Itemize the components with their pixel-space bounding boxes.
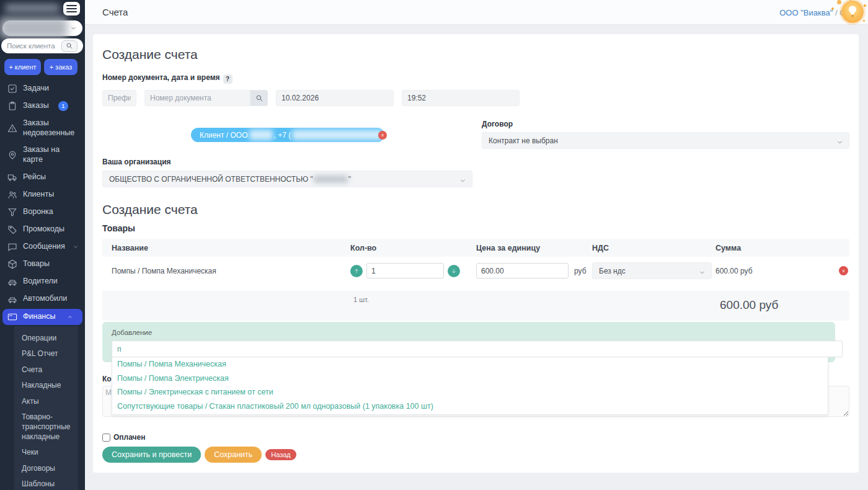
qty-increase-button[interactable] — [350, 265, 363, 277]
total-quantity: 1 шт. — [353, 296, 369, 303]
submenu-item-operations[interactable]: Операции — [14, 331, 78, 347]
company-select[interactable] — [2, 20, 82, 36]
suggestion-item[interactable]: Помпы / Электрическая с питанием от сети — [112, 385, 828, 399]
doc-number-label-row: Номер документа, дата и время? — [102, 71, 849, 84]
sidebar-item-trips[interactable]: Рейсы — [0, 169, 85, 186]
time-input[interactable] — [402, 90, 520, 106]
date-input[interactable] — [276, 90, 394, 106]
main-area: Счета ООО "Виаква" / Счета Создание счет… — [85, 0, 868, 490]
blurred-org-name — [314, 176, 348, 183]
menu-toggle-button[interactable] — [63, 2, 80, 16]
suggestion-item[interactable]: Сопутствующие товары / Стакан пластиковы… — [112, 399, 828, 414]
app-logo — [5, 4, 60, 12]
doc-number-search-button[interactable] — [250, 90, 268, 106]
breadcrumb-company-link[interactable]: ООО "Виаква" — [779, 8, 833, 17]
tag-icon — [7, 225, 17, 234]
price-input[interactable] — [476, 263, 569, 278]
content: Создание счета Номер документа, дата и в… — [85, 25, 868, 473]
sidebar-item-promocodes[interactable]: Промокоды — [0, 221, 85, 238]
add-order-button[interactable]: + заказ — [44, 59, 78, 75]
contract-select[interactable]: Контракт не выбран — [482, 132, 849, 149]
submenu-item-pnl-report[interactable]: P&L Отчет — [14, 346, 78, 362]
sidebar-item-cars[interactable]: Автомобили — [0, 290, 85, 308]
sidebar: + клиент + заказ Задачи Заказы 1 Заказы … — [0, 0, 85, 490]
sidebar-item-products[interactable]: Товары — [0, 256, 85, 273]
row-sum: 600.00 руб — [715, 267, 753, 275]
submenu-item-invoices[interactable]: Счета — [14, 362, 78, 378]
sidebar-item-orders[interactable]: Заказы 1 — [0, 97, 85, 115]
car-icon — [7, 277, 17, 287]
sidebar-item-messages[interactable]: Сообщения — [0, 238, 85, 256]
search-icon — [66, 42, 73, 50]
col-header-sum: Сумма — [715, 244, 849, 252]
doc-number-label: Номер документа, дата и время — [102, 73, 220, 82]
people-icon — [7, 190, 17, 200]
vat-select[interactable]: Без ндс — [592, 262, 712, 279]
page-title: Счета — [102, 7, 128, 17]
suggestion-item[interactable]: Услуги / Подъем на этаж — [112, 414, 828, 416]
sidebar-item-undelivered-orders[interactable]: Заказы недовезенные — [0, 115, 81, 141]
submenu-item-ttn[interactable]: Товарно-транспортные накладные — [14, 409, 78, 445]
submenu-item-checks[interactable]: Чеки — [14, 445, 78, 461]
warning-icon — [7, 123, 17, 133]
client-chip-text: Клиент / ООО — [200, 131, 248, 140]
currency-suffix: руб — [574, 267, 587, 275]
doc-number-input[interactable] — [144, 90, 250, 106]
sidebar-item-funnel[interactable]: Воронка — [0, 203, 85, 221]
sidebar-header — [0, 0, 85, 17]
form-buttons: Сохранить и провести Сохранить Назад — [102, 447, 849, 463]
remove-row-button[interactable]: x — [839, 266, 848, 275]
add-product-section: Добавление Помпы / Помпа Механическая По… — [102, 322, 849, 362]
price-cell: руб — [476, 263, 592, 278]
add-client-button[interactable]: + клиент — [4, 59, 41, 75]
product-suggestions-dropdown: Помпы / Помпа Механическая Помпы / Помпа… — [112, 357, 828, 415]
col-header-vat: НДС — [592, 244, 715, 252]
search-button[interactable] — [61, 40, 78, 52]
contract-label: Договор — [482, 120, 849, 128]
blurred-client-name — [249, 130, 273, 140]
search-icon — [255, 94, 264, 102]
add-product-input[interactable] — [112, 341, 843, 357]
save-button[interactable]: Сохранить — [205, 447, 262, 463]
submenu-item-waybills[interactable]: Накладные — [14, 378, 78, 394]
suggestion-item[interactable]: Помпы / Помпа Электрическая — [112, 372, 828, 386]
paid-checkbox[interactable] — [102, 434, 110, 442]
sidebar-item-tasks[interactable]: Задачи — [0, 80, 85, 97]
col-header-qty: Кол-во — [350, 244, 476, 252]
doc-number-group — [144, 90, 268, 106]
search-input[interactable] — [7, 42, 61, 50]
submenu-item-contract-templates[interactable]: Шаблоны договоров — [14, 476, 78, 490]
qty-decrease-button[interactable] — [448, 265, 460, 277]
invoice-form-card: Создание счета Номер документа, дата и в… — [93, 34, 859, 473]
blurred-company-name — [0, 17, 68, 38]
back-button[interactable]: Назад — [265, 449, 296, 460]
goods-table-row: Помпы / Помпа Механическая руб — [102, 257, 849, 285]
submenu-item-acts[interactable]: Акты — [14, 394, 78, 410]
credit-card-icon — [7, 312, 17, 322]
vat-cell: Без ндс — [592, 262, 715, 279]
sidebar-item-orders-map[interactable]: Заказы на карте — [0, 141, 85, 168]
sidebar-item-clients[interactable]: Клиенты — [0, 186, 85, 203]
remove-client-button[interactable]: x — [378, 131, 387, 140]
submenu-item-contracts[interactable]: Договоры — [14, 461, 78, 477]
help-bulb-widget[interactable] — [841, 1, 864, 23]
chevron-down-icon — [699, 269, 706, 276]
client-chip[interactable]: Клиент / ООО , +7 ( x — [191, 128, 384, 142]
qty-input[interactable] — [366, 263, 444, 278]
prefix-input[interactable] — [102, 90, 136, 106]
help-badge[interactable]: ? — [223, 74, 232, 84]
sidebar-item-finance[interactable]: Финансы — [2, 309, 82, 325]
save-and-post-button[interactable]: Сохранить и провести — [102, 447, 201, 463]
organization-select[interactable]: ОБЩЕСТВО С ОГРАНИЧЕННОЙ ОТВЕТСТВЕННОСТЬЮ… — [102, 171, 472, 187]
totals-row: 1 шт. 600.00 руб — [102, 291, 849, 321]
truck-icon — [7, 172, 17, 182]
contract-column: Договор Контракт не выбран — [482, 120, 849, 149]
client-search — [1, 38, 83, 53]
topbar: Счета ООО "Виаква" / Счета — [85, 0, 868, 25]
tasks-icon — [7, 84, 17, 94]
paid-label: Оплачен — [113, 433, 145, 442]
car-icon — [7, 294, 17, 304]
organization-label: Ваша организация — [102, 158, 849, 166]
suggestion-item[interactable]: Помпы / Помпа Механическая — [112, 357, 828, 372]
sidebar-item-drivers[interactable]: Водители — [0, 273, 85, 290]
